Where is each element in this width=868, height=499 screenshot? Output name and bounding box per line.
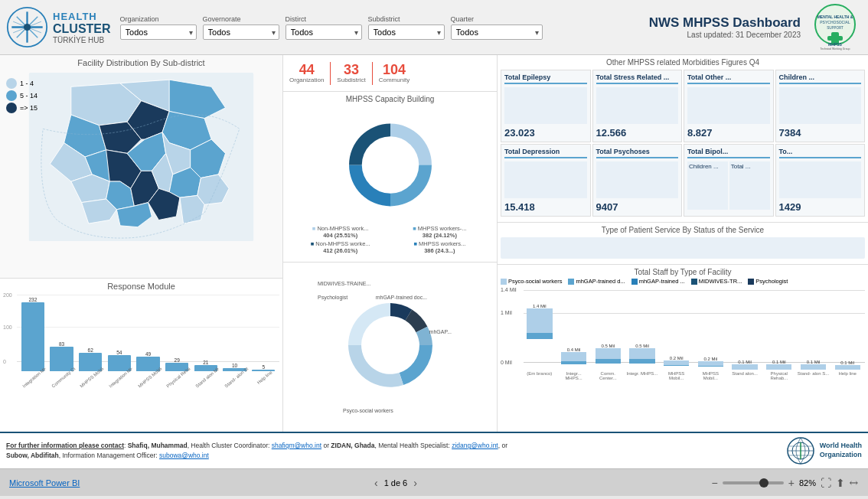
filter-organization: Organization Todos [120,15,197,40]
stack-mhgap-5 [664,365,689,366]
who-name: World Health Organization [820,442,862,459]
service-chart-placeholder [501,237,865,259]
legend-label-5-14: 5 - 14 [20,92,38,99]
governorate-select[interactable]: Todos [203,24,279,40]
zoom-slider[interactable] [723,481,784,484]
trained-section: MIDWIVES-TRAINE... Psychologist mhGAP-tr… [283,263,497,432]
staff-bar-stack-7 [732,364,757,370]
x-staff-9: Help line [831,371,863,386]
legend-mhgap-t: mhGAP-trained ... [631,278,685,285]
y-label-100: 100 [3,325,12,330]
governorate-label: Governorate [203,15,279,23]
staff-bar-stack-9 [801,364,826,370]
logo-area: HEALTH CLUSTER TÜRKİYE HUB [6,6,111,48]
filter-district: Distirct Todos [286,15,362,40]
cap-label-2: ■ Non-MHPSS worke...412 (26.01%) [292,240,390,254]
who-label-1: World Health [820,442,862,449]
zoom-out-button[interactable]: − [712,477,718,489]
staff-bar-stack-6 [698,361,723,370]
zoom-in-button[interactable]: + [788,477,795,489]
logo-health: HEALTH [53,11,111,22]
morb-cell-bipolar: Total Bipol... Children ... Total ... [684,144,774,217]
x-staff-3: Integr. MHPS... [626,371,658,386]
morb-val-epilepsy: 23.023 [504,127,587,139]
trained-label-midwives: MIDWIVES-TRAINE... [318,281,370,286]
legend-psyco: Psyco-social workers [501,278,562,285]
stack-psyco-2 [561,352,586,361]
map-svg [3,73,279,241]
svg-text:MENTAL HEALTH &: MENTAL HEALTH & [817,15,853,19]
svg-text:PSYCHOSOCIAL: PSYCHOSOCIAL [820,20,850,24]
export-button[interactable]: ⬆ [836,477,845,489]
quarter-select[interactable]: Todos [451,24,543,40]
bar-val-7: 10 [232,363,237,368]
legend-mhgap-d: mhGAP-trained d... [568,278,625,285]
district-select[interactable]: Todos [286,24,362,40]
zidan-email[interactable]: zidang@who.int [452,442,498,449]
community-count: 104 [383,63,406,77]
legend-psyco-label: Psyco-social workers [508,278,562,285]
who-logo-svg [786,436,815,465]
legend-mhgap-d-color [568,279,574,285]
morb-subcells: Children ... Total ... [687,161,770,210]
logo-hub: TÜRKİYE HUB [53,36,111,44]
zoom-thumb[interactable] [759,478,768,488]
quarter-label: Quarter [451,15,543,23]
map-legend: 1 - 4 5 - 14 => 15 [6,78,38,115]
morb-chart-psychoses [596,161,679,198]
legend-item-1-4: 1 - 4 [6,78,38,89]
mhpss-logo: MENTAL HEALTH & PSYCHOSOCIAL SUPPORT MHP… [808,3,862,52]
stack-mhgap-3 [596,359,621,364]
subdistrict-label: Subdistrict [368,15,445,23]
org-count: 44 [299,63,315,77]
stat-organization: 44 Organization [289,63,324,83]
organization-select[interactable]: Todos [120,24,197,40]
morb-cell-epilepsy: Total Epilepsy 23.023 [501,70,591,142]
stat-subdistrict: 33 Subdistrict [337,63,365,83]
expand-button[interactable]: ⤢ [847,475,862,491]
staff-bar-6: 0.2 Mil [695,357,727,370]
dashboard-title: NWS MHPSS Dashboard [649,15,801,31]
fullscreen-button[interactable]: ⛶ [821,477,831,489]
subow-email[interactable]: subowa@who.int [159,452,209,459]
main-content: Facility Distribution By Sub-district 1 … [0,55,868,432]
next-page-button[interactable]: › [413,477,417,489]
stack-mhgap-6 [698,366,723,367]
morb-title-other: Total Other ... [687,73,770,84]
legend-mhgap-d-label: mhGAP-trained d... [576,278,625,285]
middle-panel: 44 Organization 33 Subdistrict 104 Commu… [283,55,498,432]
y-1-mil: 1 Mil [501,310,512,315]
cap-label-0: ■ Non-MHPSS work...404 (25.51%) [292,225,390,239]
staff-bar-10: 0.1 Mil [831,360,863,370]
trained-label-psyco: Psyco-social workers [343,408,393,414]
staff-bar-chart: 1.4 Mil 1 Mil 0 Mil 1.4 Mil [501,287,865,386]
staff-bar-2: 0.4 Mil [558,347,590,370]
morb-cell-total-1429: To... 1429 [775,144,866,217]
who-label-2: Organization [820,451,862,458]
svg-point-41 [367,322,413,368]
staff-bar-stack-3 [596,348,621,370]
footer: For further information please contact: … [0,432,868,468]
morb-title-epilepsy: Total Epilepsy [504,73,587,84]
svg-marker-39 [180,195,204,223]
subdistrict-select[interactable]: Todos [368,24,445,40]
patient-service-section: Type of Patient Service By Status of the… [498,223,868,265]
footer-contact-label: For further information please contact [6,442,124,449]
prev-page-button[interactable]: ‹ [374,477,378,489]
morb-cell-depression: Total Depression 15.418 [501,144,591,217]
powerbi-link[interactable]: Microsoft Power BI [9,478,80,488]
morb-chart-children [779,87,862,124]
footer-contact: For further information please contact: … [6,441,786,461]
legend-midwives: MIDWIVES-TR... [691,278,742,285]
map-section: Facility Distribution By Sub-district 1 … [0,55,282,279]
cap-label-1: ■ MHPSS workers-...382 (24.12%) [391,225,489,239]
y-1-4-mil: 1.4 Mil [501,287,517,292]
svg-text:MHPSS: MHPSS [828,42,842,47]
bar-col-0: 232 [18,297,47,371]
capacity-donut-container: ■ Non-MHPSS work...404 (25.51%) ■ MHPSS … [286,105,494,254]
staff-bar-3: 0.5 Mil [592,344,624,370]
map-title: Facility Distribution By Sub-district [3,58,279,67]
service-title: Type of Patient Service By Status of the… [501,226,865,234]
shafiq-email[interactable]: shafiqm@who.int [272,442,321,449]
svg-point-40 [367,142,413,188]
